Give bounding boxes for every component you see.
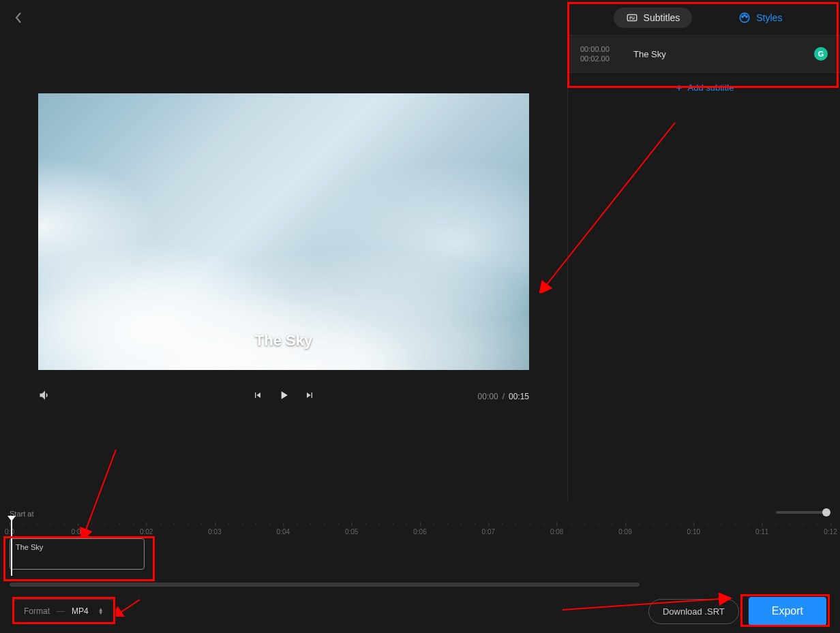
stepper-arrows-icon: ▲▼	[98, 608, 104, 615]
volume-icon[interactable]	[38, 388, 52, 405]
subtitle-clip[interactable]: The Sky	[10, 538, 145, 570]
export-label: Export	[772, 605, 803, 617]
format-value: MP4	[72, 606, 89, 616]
ruler-tick: 0:07	[482, 528, 495, 536]
time-separator: /	[502, 392, 505, 401]
main-area: The Sky 00:00 /	[0, 0, 840, 501]
subtitle-end-time: 00:02.00	[580, 55, 621, 63]
svg-point-7	[744, 14, 745, 16]
plus-icon	[674, 83, 684, 93]
format-label: Format	[24, 606, 50, 616]
format-divider: —	[57, 606, 65, 616]
palette-icon	[738, 12, 751, 24]
grammarly-icon[interactable]: G	[814, 47, 828, 61]
playhead[interactable]	[11, 520, 12, 576]
timeline-scrollbar[interactable]	[10, 583, 640, 587]
tab-styles-label: Styles	[756, 12, 782, 23]
total-time: 00:15	[509, 392, 529, 401]
subtitle-start-time: 00:00.00	[580, 45, 621, 53]
download-srt-button[interactable]: Download .SRT	[648, 599, 739, 624]
ruler-tick: 0:11	[755, 528, 768, 536]
prev-icon[interactable]	[252, 390, 263, 403]
ruler-tick: 0:03	[208, 528, 221, 536]
video-preview[interactable]: The Sky	[38, 93, 529, 370]
timeline-ruler[interactable]: 0:00:010:020:030:040:050:060:070:080:090…	[10, 521, 830, 535]
player-controls: 00:00 / 00:15	[38, 383, 529, 410]
ruler-tick: 0:08	[550, 528, 563, 536]
subtitle-text: The Sky	[633, 49, 802, 59]
ruler-tick: 0:10	[687, 528, 700, 536]
cloud-visual	[38, 93, 529, 370]
ruler-tick: 0:01	[72, 528, 85, 536]
tab-subtitles-label: Subtitles	[644, 12, 680, 23]
tab-styles[interactable]: Styles	[726, 7, 794, 28]
timeline-section: Start at 0:00:010:020:030:040:050:060:07…	[0, 501, 840, 589]
video-section: The Sky 00:00 /	[0, 0, 567, 501]
zoom-slider[interactable]	[776, 511, 830, 514]
ruler-tick: 0:09	[618, 528, 631, 536]
ruler-tick: 0:0	[5, 528, 14, 536]
format-selector[interactable]: Format — MP4 ▲▼	[14, 599, 114, 623]
svg-point-8	[746, 16, 747, 17]
export-button[interactable]: Export	[749, 597, 826, 626]
right-panel: Subtitles Styles 00:00.00 00:02.00 The S…	[567, 0, 840, 501]
tab-subtitles[interactable]: Subtitles	[614, 7, 693, 28]
subtitle-times: 00:00.00 00:02.00	[580, 45, 621, 63]
ruler-tick: 0:12	[824, 528, 837, 536]
clip-text: The Sky	[16, 543, 43, 551]
timeline-clips: The Sky	[10, 538, 830, 571]
ruler-tick: 0:05	[345, 528, 358, 536]
bottom-bar: Format — MP4 ▲▼ Download .SRT Export	[0, 589, 840, 633]
add-subtitle-label: Add subtitle	[688, 82, 734, 93]
play-icon[interactable]	[277, 388, 290, 405]
subtitle-row[interactable]: 00:00.00 00:02.00 The Sky G	[568, 35, 840, 73]
ruler-tick: 0:06	[413, 528, 426, 536]
add-subtitle-button[interactable]: Add subtitle	[568, 73, 840, 102]
download-srt-label: Download .SRT	[663, 606, 725, 617]
subtitles-icon	[626, 12, 638, 24]
svg-point-6	[742, 16, 743, 17]
ruler-tick: 0:02	[140, 528, 153, 536]
subtitle-list: 00:00.00 00:02.00 The Sky G	[568, 35, 840, 73]
next-icon[interactable]	[304, 390, 315, 403]
ruler-tick: 0:04	[277, 528, 290, 536]
current-time: 00:00	[478, 392, 498, 401]
preview-subtitle-text: The Sky	[255, 332, 312, 350]
tabs-container: Subtitles Styles	[568, 0, 840, 35]
